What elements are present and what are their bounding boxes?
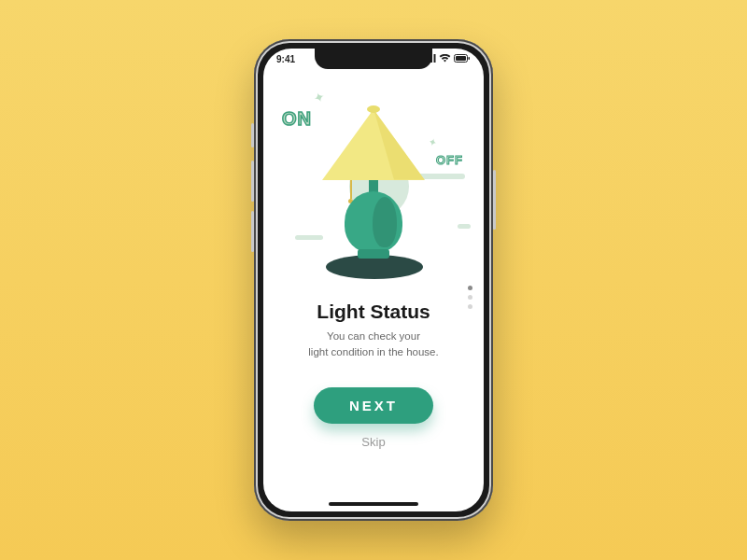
screen: 9:41 ✦ ✦ ON OFF (263, 49, 484, 511)
page-indicator (468, 286, 472, 309)
svg-rect-6 (469, 57, 471, 60)
volume-down-button (251, 211, 254, 252)
skip-button[interactable]: Skip (361, 435, 385, 449)
page-subtitle: You can check your light condition in th… (308, 329, 438, 359)
lamp-illustration: ✦ ✦ ON OFF (263, 80, 484, 295)
next-button[interactable]: NEXT (314, 387, 433, 424)
notch (315, 49, 432, 69)
battery-icon (454, 54, 471, 64)
phone-frame: 9:41 ✦ ✦ ON OFF (254, 39, 493, 521)
wifi-icon (439, 54, 451, 64)
mute-switch (251, 123, 254, 147)
page-dot[interactable] (468, 295, 472, 300)
page-title: Light Status (317, 301, 430, 323)
page-dot[interactable] (468, 304, 472, 309)
volume-up-button (251, 161, 254, 202)
page-dot[interactable] (468, 286, 472, 290)
svg-rect-3 (434, 54, 436, 63)
lamp-icon (303, 92, 444, 284)
svg-rect-5 (456, 56, 466, 61)
line-decoration (458, 224, 471, 229)
power-button (493, 170, 496, 230)
home-indicator[interactable] (329, 502, 418, 506)
status-time: 9:41 (276, 54, 295, 64)
onboarding-content: ✦ ✦ ON OFF (263, 49, 484, 511)
